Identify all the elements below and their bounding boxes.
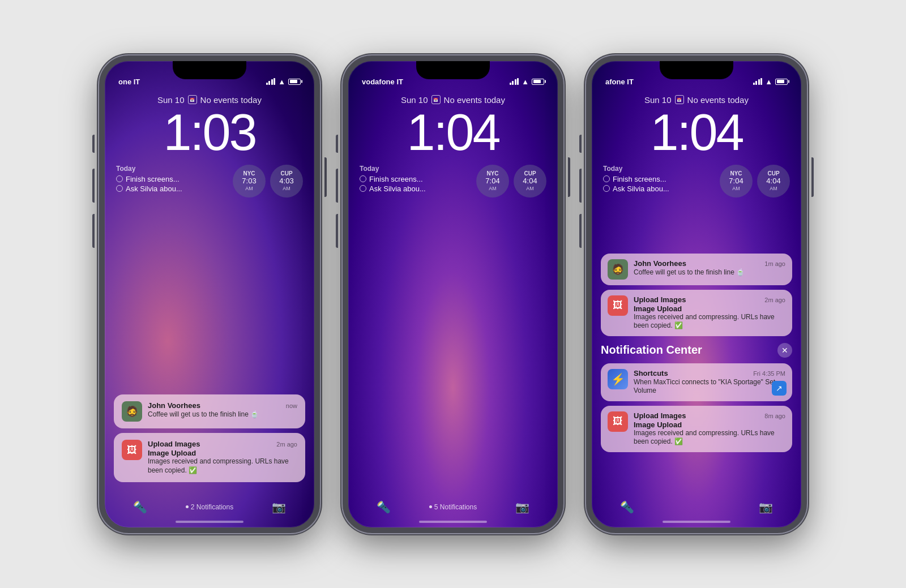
time-display: 1:03 — [163, 107, 255, 158]
camera-icon-3[interactable]: 📷 — [759, 500, 773, 514]
phone-screen-1: one IT ▲ Sun 10 📅 No events today — [99, 55, 320, 533]
nc-item-app-1: Shortcuts — [634, 369, 668, 377]
bottom-bar-2: 🔦 5 Notifications 📷 — [348, 500, 558, 514]
power-button[interactable] — [324, 157, 327, 197]
notif-header-2: Upload Images 2m ago — [148, 440, 297, 448]
volume-down-button-2[interactable] — [336, 214, 338, 248]
phone-screen-2: vodafone IT ▲ Sun 10 📅 No events today — [343, 55, 563, 533]
reminder-text-6: Ask Silvia abou... — [613, 184, 669, 193]
wc-time-6: 4:04 — [766, 177, 780, 186]
wc-city-3: NYC — [486, 170, 498, 177]
nc-item-text-2: Images received and compressing. URLs ha… — [634, 429, 785, 447]
notif-count-text: 2 Notifications — [191, 503, 233, 511]
nc-close-button[interactable]: ✕ — [777, 343, 792, 358]
notification-center-panel: 🧔 John Voorhees 1m ago Coffee will get u… — [592, 254, 801, 482]
camera-icon-2[interactable]: 📷 — [515, 500, 529, 514]
camera-icon[interactable]: 📷 — [272, 500, 286, 514]
nc-header: Notification Center ✕ — [601, 343, 792, 358]
reminder-item-4: Ask Silvia abou... — [360, 184, 469, 193]
recent-notif-text-1: Coffee will get us to the finish line 🍵 — [634, 268, 785, 277]
upload-icon: 🖼 — [122, 440, 142, 460]
recent-notifications: 🧔 John Voorhees 1m ago Coffee will get u… — [601, 254, 792, 336]
volume-up-button[interactable] — [92, 169, 95, 203]
notif-body-1: John Voorhees now Coffee will get us to … — [148, 401, 297, 419]
volume-down-button-3[interactable] — [579, 214, 582, 248]
world-clock-cup-2: CUP 4:04 AM — [514, 165, 546, 198]
volume-up-button-2[interactable] — [336, 169, 338, 203]
bottom-bar-3: 🔦 📷 — [592, 500, 801, 514]
clock-widgets-3: NYC 7:04 AM CUP 4:04 AM — [720, 165, 790, 198]
reminder-item-5: Finish screens... — [603, 175, 713, 183]
signal-icon — [266, 78, 276, 85]
volume-down-button[interactable] — [92, 214, 95, 248]
world-clock-cup: CUP 4:03 AM — [270, 165, 303, 198]
battery-icon-2 — [532, 79, 544, 85]
date-line-3: Sun 10 📅 No events today — [644, 95, 749, 105]
no-events-text-3: No events today — [687, 95, 749, 105]
power-button-2[interactable] — [568, 157, 570, 197]
wc-ampm-2: AM — [283, 186, 290, 191]
nc-action-button[interactable]: ↗ — [772, 381, 787, 396]
calendar-icon-2: 📅 — [431, 95, 441, 104]
recent-notif-body-1: John Voorhees 1m ago Coffee will get us … — [634, 259, 785, 277]
reminder-circle — [116, 175, 123, 182]
recent-notif-app-2: Upload Images — [634, 295, 686, 304]
notification-card-1[interactable]: 🧔 John Voorhees now Coffee will get us t… — [114, 394, 305, 428]
avatar-icon: 🧔 — [122, 401, 142, 422]
lock-screen-content-2: Sun 10 📅 No events today 1:04 Today Fini… — [348, 95, 558, 209]
calendar-icon-3: 📅 — [675, 95, 684, 104]
nc-item-time-1: Fri 4:35 PM — [753, 370, 785, 377]
signal-icon-2 — [510, 78, 519, 85]
widget-title-3: Today — [603, 165, 713, 173]
nc-item-body-1: Shortcuts Fri 4:35 PM When MaxTicci conn… — [634, 369, 785, 396]
reminders-widget-3: Today Finish screens... Ask Silvia abou.… — [603, 165, 713, 194]
recent-notif-2[interactable]: 🖼 Upload Images 2m ago Image Upload Imag… — [601, 290, 792, 336]
wc-time-3: 7:04 — [485, 177, 499, 186]
time-display-2: 1:04 — [407, 107, 499, 158]
wifi-icon-3: ▲ — [765, 78, 772, 86]
widgets-row: Today Finish screens... Ask Silvia abou.… — [105, 165, 314, 198]
phone-3: afone IT ▲ Sun 10 📅 No events today — [586, 55, 807, 533]
flashlight-icon-3[interactable]: 🔦 — [620, 500, 634, 514]
widgets-row-2: Today Finish screens... Ask Silvia abou.… — [348, 165, 558, 198]
date-line-2: Sun 10 📅 No events today — [401, 95, 505, 105]
wc-city-4: CUP — [524, 170, 536, 177]
mute-button-3[interactable] — [579, 135, 582, 153]
mute-button[interactable] — [92, 135, 95, 153]
shortcuts-icon: ⚡ — [608, 369, 628, 389]
carrier-text-3: afone IT — [605, 78, 634, 86]
clock-widgets: NYC 7:03 AM CUP 4:03 AM — [233, 165, 303, 198]
mute-button-2[interactable] — [336, 135, 338, 153]
signal-icon-3 — [753, 78, 763, 85]
notif-count: 2 Notifications — [186, 503, 233, 511]
wc-ampm-6: AM — [770, 186, 777, 191]
recent-notif-1[interactable]: 🧔 John Voorhees 1m ago Coffee will get u… — [601, 254, 792, 285]
nc-item-shortcuts[interactable]: ⚡ Shortcuts Fri 4:35 PM When MaxTicci co… — [601, 363, 792, 401]
world-clock-nyc: NYC 7:03 AM — [233, 165, 266, 198]
nc-item-upload[interactable]: 🖼 Upload Images 8m ago Image Upload Imag… — [601, 406, 792, 452]
carrier-text: one IT — [118, 78, 140, 86]
wc-time-1: 7:03 — [242, 177, 256, 186]
widget-title: Today — [116, 165, 226, 173]
status-icons-3: ▲ — [753, 78, 788, 86]
reminder-text-1: Finish screens... — [126, 175, 180, 183]
reminders-widget-2: Today Finish screens... Ask Silvia abou.… — [360, 165, 469, 194]
nc-items: ⚡ Shortcuts Fri 4:35 PM When MaxTicci co… — [601, 363, 792, 452]
battery-icon — [288, 79, 301, 85]
nc-item-app-2: Upload Images — [634, 411, 686, 420]
notification-card-2[interactable]: 🖼 Upload Images 2m ago Image Upload Imag… — [114, 433, 305, 482]
battery-icon-3 — [775, 79, 788, 85]
notif-title-2: Image Upload — [148, 449, 297, 457]
flashlight-icon[interactable]: 🔦 — [133, 500, 147, 514]
upload-icon-3: 🖼 — [608, 295, 628, 316]
nc-item-header-1: Shortcuts Fri 4:35 PM — [634, 369, 785, 377]
notch-2 — [416, 61, 490, 79]
no-events-text-2: No events today — [444, 95, 505, 105]
lock-screen-content-3: Sun 10 📅 No events today 1:04 Today Fini… — [592, 95, 801, 209]
power-button-3[interactable] — [811, 157, 814, 197]
volume-up-button-3[interactable] — [579, 169, 582, 203]
flashlight-icon-2[interactable]: 🔦 — [377, 500, 391, 514]
notif-time-1: now — [286, 402, 297, 409]
reminder-text-2: Ask Silvia abou... — [126, 184, 182, 193]
recent-notif-app-1: John Voorhees — [634, 259, 686, 268]
